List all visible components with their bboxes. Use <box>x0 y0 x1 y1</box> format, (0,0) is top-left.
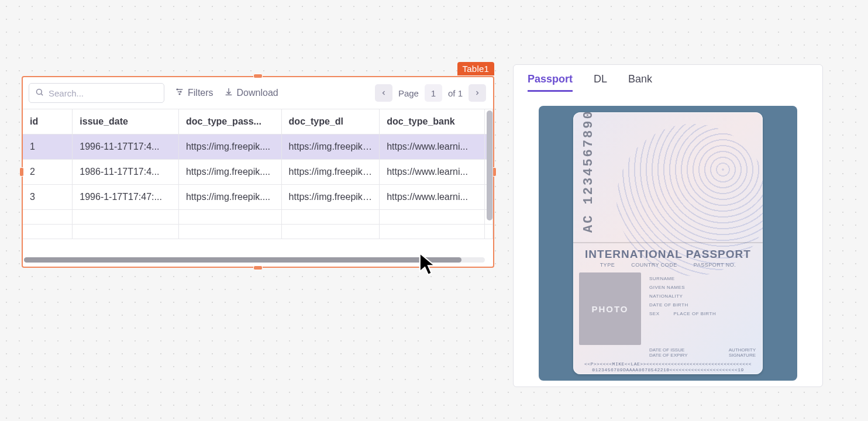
field-pob: PLACE OF BIRTH <box>674 311 717 316</box>
table-header-row: id issue_date doc_type_pass... doc_type_… <box>23 109 493 134</box>
cell-dl: https://img.freepik.... <box>281 134 380 160</box>
tab-dl[interactable]: DL <box>594 73 607 92</box>
svg-point-0 <box>37 89 42 94</box>
page-next-button[interactable] <box>469 84 486 102</box>
field-dob: DATE OF BIRTH <box>649 302 757 308</box>
field-given-names: GIVEN NAMES <box>649 285 757 290</box>
tab-bank[interactable]: Bank <box>628 73 652 92</box>
table-row-empty <box>23 210 493 225</box>
download-button[interactable]: Download <box>224 87 278 99</box>
passport-title: INTERNATIONAL PASSPORT <box>579 248 757 261</box>
col-header-id[interactable]: id <box>23 109 73 134</box>
table-row[interactable]: 1 1996-11-17T17:4... https://img.freepik… <box>23 134 493 160</box>
chevron-right-icon <box>474 88 481 98</box>
resize-handle-top[interactable] <box>253 74 263 78</box>
filters-button[interactable]: Filters <box>175 87 213 99</box>
search-icon <box>35 88 44 99</box>
cell-pass: https://img.freepik.... <box>178 134 281 160</box>
field-issue: DATE OF ISSUE <box>649 347 688 353</box>
passport-image: AC 1234567890 INTERNATIONAL PASSPORT TYP… <box>539 106 797 381</box>
page-prev-button[interactable] <box>375 84 392 102</box>
table-toolbar: Filters Download Page 1 of 1 <box>23 77 493 109</box>
cell-date: 1996-1-17T17:47:... <box>73 185 179 210</box>
horizontal-scroll-thumb[interactable] <box>24 257 461 263</box>
vertical-scrollbar[interactable] <box>487 111 492 220</box>
field-surname: SURNAME <box>649 276 757 281</box>
widget-tag: Table1 <box>457 62 494 75</box>
filters-label: Filters <box>188 88 213 98</box>
data-grid: id issue_date doc_type_pass... doc_type_… <box>23 109 493 264</box>
passport-sub-type: TYPE <box>600 262 615 268</box>
mrz-line-2: 0123456789DAAAA8678542210<<<<<<<<<<<<<<<… <box>579 367 757 373</box>
page-number[interactable]: 1 <box>425 84 442 102</box>
passport-serial: AC 1234567890 <box>581 112 596 233</box>
cell-id: 1 <box>23 134 73 160</box>
download-icon <box>224 87 233 99</box>
document-preview-card: Passport DL Bank AC 1234567890 INTERNATI… <box>513 64 823 387</box>
cell-id: 2 <box>23 160 73 185</box>
chevron-left-icon <box>380 88 387 98</box>
passport-photo-placeholder: PHOTO <box>579 272 641 345</box>
svg-point-5 <box>177 89 178 90</box>
col-header-issue-date[interactable]: issue_date <box>73 109 179 134</box>
page-of-label: of 1 <box>448 88 463 98</box>
download-label: Download <box>237 88 278 98</box>
cell-date: 1996-11-17T17:4... <box>73 134 179 160</box>
table-row[interactable]: 3 1996-1-17T17:47:... https://img.freepi… <box>23 185 493 210</box>
col-header-doc-type-pass[interactable]: doc_type_pass... <box>178 109 281 134</box>
cell-pass: https://img.freepik.... <box>178 160 281 185</box>
col-header-doc-type-bank[interactable]: doc_type_bank <box>380 109 485 134</box>
filters-icon <box>175 87 184 99</box>
field-signature: SIGNATURE <box>729 353 756 358</box>
cell-pass: https://img.freepik.... <box>178 185 281 210</box>
field-expiry: DATE OF EXPIRY <box>649 353 688 358</box>
cell-id: 3 <box>23 185 73 210</box>
svg-point-7 <box>179 94 180 95</box>
passport-sub-country: COUNTRY CODE <box>631 262 677 268</box>
field-nationality: NATIONALITY <box>649 294 757 299</box>
search-input[interactable] <box>49 88 160 98</box>
cell-dl: https://img.freepik.... <box>281 185 380 210</box>
cell-date: 1986-11-17T17:4... <box>73 160 179 185</box>
tab-passport[interactable]: Passport <box>528 73 573 92</box>
field-sex: SEX <box>649 311 660 316</box>
cell-bank: https://www.learni... <box>380 134 485 160</box>
table-widget[interactable]: Table1 Filters Download <box>22 76 494 268</box>
tabs: Passport DL Bank <box>524 73 812 92</box>
page-label: Page <box>398 88 419 98</box>
field-authority: AUTHORITY <box>729 347 756 353</box>
search-box[interactable] <box>29 83 164 103</box>
mrz-line-1: <<P>><<<<MIKE<<LAE>><<<<<<<<<<<<<<<<<<<<… <box>579 361 757 367</box>
col-header-doc-type-dl[interactable]: doc_type_dl <box>281 109 380 134</box>
passport-sub-no: PASSPORT NO. <box>694 262 736 268</box>
cell-bank: https://www.learni... <box>380 185 485 210</box>
svg-line-1 <box>41 94 43 95</box>
cell-bank: https://www.learni... <box>380 160 485 185</box>
svg-point-6 <box>180 91 181 92</box>
resize-handle-bottom[interactable] <box>253 265 263 270</box>
table-row[interactable]: 2 1986-11-17T17:4... https://img.freepik… <box>23 160 493 185</box>
table-row-empty <box>23 225 493 239</box>
pager: Page 1 of 1 <box>375 84 486 102</box>
cell-dl: https://img.freepik.... <box>281 160 380 185</box>
